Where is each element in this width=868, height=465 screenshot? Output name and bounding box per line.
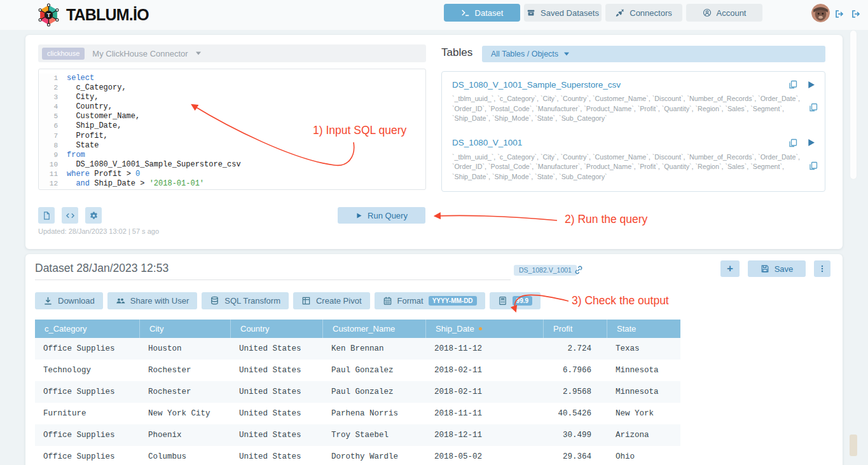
table-name-link[interactable]: DS_1080_V_1001 (452, 138, 522, 147)
play-icon (355, 212, 362, 219)
toolbar-share-with-user-button[interactable]: Share with User (107, 292, 197, 309)
nav-account[interactable]: Account (686, 4, 762, 22)
line-number: 4 (39, 102, 58, 112)
copy-icon[interactable] (808, 102, 818, 112)
connector-select[interactable]: clickhouse My ClickHouse Connector (38, 44, 426, 62)
copy-icon[interactable] (788, 79, 798, 90)
table-row[interactable]: Office SuppliesRochesterUnited StatesPau… (35, 381, 680, 403)
top-bar: T TABLUM.İO DatasetSaved DatasetsConnect… (0, 0, 868, 30)
grid-header-label: City (149, 324, 163, 334)
annotation-step3: 3) Check the output (572, 294, 669, 307)
gear-icon (89, 211, 99, 220)
grid-header: c_CategoryCityCountryCustomer_NameShip_D… (35, 320, 680, 338)
table-cell: 29.364 (544, 446, 607, 465)
more-options-button[interactable] (814, 260, 830, 277)
toolbar-label: Download (58, 296, 95, 306)
copy-icon[interactable] (788, 138, 798, 148)
annotation-step2: 2) Run the query (565, 213, 647, 226)
toolbar-sql-transform-button[interactable]: SQL Transform (202, 292, 289, 309)
nav-dataset[interactable]: Dataset (444, 4, 520, 22)
run-query-button[interactable]: Run Query (338, 207, 425, 224)
table-cell: Ken Brennan (323, 338, 426, 360)
nav-connectors[interactable]: Connectors (605, 4, 682, 22)
table-cell: Dorothy Wardle (323, 446, 426, 465)
grid-header-city[interactable]: City (140, 320, 231, 338)
table-cell: Arizona (607, 424, 680, 446)
copy-icon[interactable] (808, 161, 818, 171)
grid-header-c_category[interactable]: c_Category (35, 320, 140, 338)
table-cell: Houston (140, 338, 231, 360)
tablum-logo[interactable]: T TABLUM.İO (37, 3, 149, 27)
new-query-button[interactable] (38, 207, 55, 224)
code-line: 10 DS_1080_V_1001_Sample_Superstore_csv (39, 160, 425, 170)
table-row[interactable]: Office SuppliesColumbusUnited StatesDoro… (35, 446, 680, 465)
switch-account-icon[interactable] (834, 9, 844, 19)
toolbar-badge: 99.9 (513, 296, 532, 306)
page-scrollbar-thumb[interactable] (850, 30, 857, 179)
grid-header-country[interactable]: Country (231, 320, 323, 338)
tablum-logo-icon: T (37, 3, 60, 27)
code-line: 1select (39, 74, 425, 83)
table-columns: `_tblm_uuid_`, `c_Category`, `City`, `Co… (452, 152, 802, 182)
dataset-card: Dataset 28/Jan/2023 12:53 DS_1082.V_1001… (25, 254, 843, 465)
table-cell: Paul Gonzalez (323, 381, 426, 403)
play-icon[interactable] (806, 80, 816, 90)
grid-header-profit[interactable]: Profit (544, 320, 607, 338)
table-cell: Troy Staebel (323, 424, 426, 446)
nav-saved-datasets[interactable]: Saved Datasets (524, 4, 602, 22)
table-cell: Office Supplies (35, 381, 140, 403)
table-cell: United States (231, 424, 323, 446)
table-name-link[interactable]: DS_1080_V_1001_Sample_Superstore_csv (452, 80, 621, 90)
toolbar-download-button[interactable]: Download (35, 292, 103, 309)
run-query-label: Run Query (368, 211, 408, 220)
toolbar-format-button[interactable]: FormatYYYY-MM-DD (375, 292, 485, 309)
table-row[interactable]: Office SuppliesHoustonUnited StatesKen B… (35, 338, 680, 360)
kebab-icon (818, 264, 827, 273)
add-button[interactable]: + (720, 260, 740, 277)
table-row[interactable]: FurnitureNew York CityUnited StatesParhe… (35, 403, 680, 424)
saved-datasets-icon (527, 8, 535, 17)
line-number: 8 (39, 141, 58, 151)
plug-icon (616, 8, 624, 17)
table-columns: `_tblm_uuid_`, `c_Category`, `City`, `Co… (452, 94, 802, 124)
tables-filter-select[interactable]: All Tables / Objects (482, 46, 825, 62)
toolbar-decimal-precision-button[interactable]: 99.9 (490, 292, 541, 309)
connector-type-badge: clickhouse (42, 48, 85, 60)
grid-header-label: Customer_Name (333, 324, 395, 334)
save-button[interactable]: Save (748, 260, 806, 277)
table-row[interactable]: Office SuppliesPhoenixUnited StatesTroy … (35, 424, 680, 446)
code-line: 3 City, (39, 93, 425, 102)
logo-text: TABLUM.İO (66, 6, 149, 24)
nav-label: Saved Datasets (541, 8, 599, 18)
code-line: 8 State (39, 141, 425, 151)
user-avatar[interactable] (811, 4, 830, 22)
table-cell: United States (231, 338, 323, 360)
grid-header-label: State (617, 324, 636, 334)
table-row[interactable]: TechnologyRochesterUnited StatesPaul Gon… (35, 360, 680, 381)
grid-header-customer_name[interactable]: Customer_Name (323, 320, 426, 338)
settings-button[interactable] (85, 207, 102, 224)
play-icon[interactable] (806, 138, 816, 147)
table-cell: Office Supplies (35, 338, 140, 360)
table-cell: Texas (607, 338, 680, 360)
nav-label: Dataset (475, 8, 504, 18)
toolbar-label: SQL Transform (224, 296, 280, 306)
grid-header-ship_date[interactable]: Ship_Date (426, 320, 544, 338)
app-root: T TABLUM.İO DatasetSaved DatasetsConnect… (0, 0, 868, 465)
link-icon[interactable] (574, 265, 584, 275)
grid-header-state[interactable]: State (607, 320, 680, 338)
code-button[interactable] (62, 207, 78, 224)
table-cell: 2.9568 (544, 381, 607, 403)
save-label: Save (775, 264, 794, 274)
toolbar-create-pivot-button[interactable]: Create Pivot (293, 292, 370, 309)
chevron-down-icon (564, 51, 569, 57)
table-cell: 30.499 (544, 424, 607, 446)
person-icon (703, 8, 712, 17)
database-icon (210, 296, 219, 306)
table-cell: Minnesota (607, 381, 680, 403)
main-nav: DatasetSaved DatasetsConnectorsAccount (444, 4, 762, 22)
line-number: 10 (39, 160, 58, 170)
table-cell: 2018-02-11 (426, 360, 544, 381)
sign-out-icon[interactable] (851, 9, 861, 19)
toolbar-label: Create Pivot (316, 296, 362, 306)
